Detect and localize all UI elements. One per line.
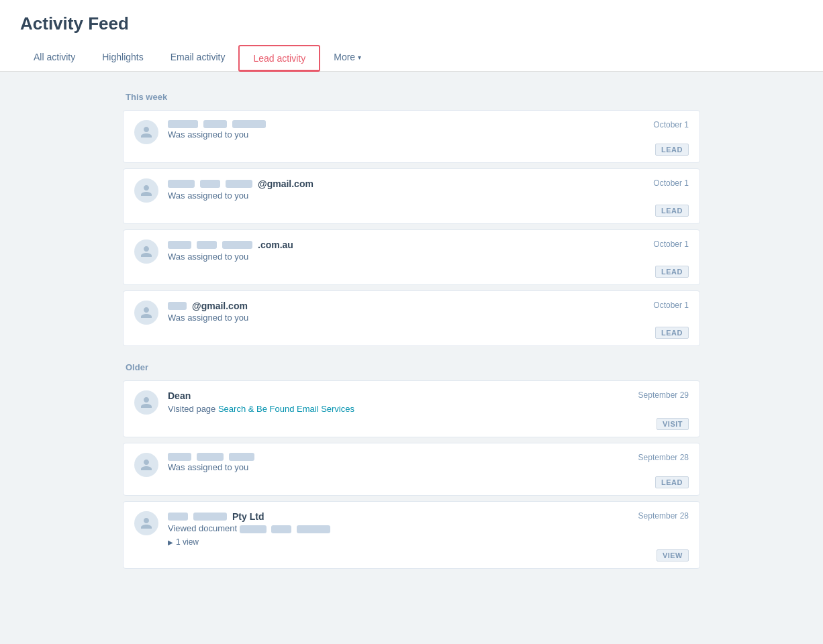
card-action: Was assigned to you [168, 313, 689, 323]
page-link[interactable]: Search & Be Found Email Services [218, 404, 354, 414]
name-row [168, 453, 689, 461]
card-body: Was assigned to you LEAD [168, 120, 689, 156]
card-body: @gmail.com Was assigned to you LEAD [168, 178, 689, 217]
card-date: September 28 [638, 453, 689, 462]
activity-item-3: .com.au Was assigned to you LEAD October… [123, 229, 700, 285]
page-title: Activity Feed [20, 13, 803, 34]
card-body: Was assigned to you LEAD [168, 453, 689, 488]
section-older: Older Dean Visited page Search & Be Foun… [123, 362, 700, 569]
name-row: @gmail.com [168, 301, 689, 311]
name-suffix: @gmail.com [258, 178, 313, 189]
blurred-name-1 [168, 513, 188, 521]
card-footer: VIEW [168, 549, 689, 561]
badge-lead: LEAD [655, 476, 689, 488]
card-action: Was assigned to you [168, 129, 689, 140]
user-icon [140, 458, 153, 472]
card-action: Viewed document [168, 523, 689, 533]
blurred-name-2 [200, 180, 220, 188]
activity-item-4: @gmail.com Was assigned to you LEAD Octo… [123, 290, 700, 346]
blurred-name-3 [232, 120, 266, 128]
user-icon [140, 245, 153, 258]
card-date: October 1 [653, 120, 689, 129]
badge-lead: LEAD [655, 266, 689, 278]
name-row: .com.au [168, 239, 689, 250]
section-label-older: Older [123, 362, 700, 372]
card-footer: VISIT [168, 418, 689, 430]
blurred-name-3 [229, 453, 254, 461]
blurred-name-1 [168, 120, 198, 128]
badge-lead: LEAD [655, 144, 689, 156]
activity-item-dean: Dean Visited page Search & Be Found Emai… [123, 380, 700, 437]
chevron-down-icon: ▾ [358, 54, 361, 61]
user-icon [140, 306, 153, 319]
blurred-name-1 [168, 241, 191, 249]
card-footer: LEAD [168, 205, 689, 217]
tab-more[interactable]: More ▾ [320, 45, 375, 71]
activity-item-1: Was assigned to you LEAD October 1 [123, 110, 700, 163]
doc-blurred-2 [271, 525, 291, 533]
avatar [134, 178, 158, 203]
doc-blurred-3 [297, 525, 330, 533]
page-header: Activity Feed All activity Highlights Em… [0, 0, 823, 72]
card-footer: LEAD [168, 327, 689, 339]
badge-visit: VISIT [657, 418, 689, 430]
main-content: This week Was assigned to you LEAD Octob… [109, 72, 714, 605]
avatar [134, 390, 158, 415]
name-suffix: .com.au [258, 239, 293, 250]
blurred-name-2 [197, 453, 224, 461]
blurred-name-2 [203, 120, 227, 128]
name-row [168, 120, 689, 128]
view-count[interactable]: ▶ 1 view [168, 537, 689, 547]
blurred-name-2 [197, 241, 217, 249]
name-row: Dean [168, 390, 689, 402]
chevron-right-icon: ▶ [168, 539, 173, 546]
avatar [134, 511, 158, 535]
card-body: .com.au Was assigned to you LEAD [168, 239, 689, 278]
user-icon [140, 396, 153, 409]
name-row: Pty Ltd [168, 511, 689, 522]
section-this-week: This week Was assigned to you LEAD Octob… [123, 92, 700, 346]
user-icon [140, 184, 153, 197]
tab-bar: All activity Highlights Email activity L… [20, 45, 803, 71]
activity-item-2: @gmail.com Was assigned to you LEAD Octo… [123, 168, 700, 224]
tab-email-activity[interactable]: Email activity [157, 45, 239, 71]
activity-item-7: Pty Ltd Viewed document ▶ 1 view VIEW S [123, 501, 700, 569]
blurred-name-1 [168, 453, 191, 461]
tab-lead-activity[interactable]: Lead activity [238, 45, 320, 72]
card-action: Was assigned to you [168, 191, 689, 201]
card-date: October 1 [653, 301, 689, 310]
card-footer: LEAD [168, 266, 689, 278]
avatar [134, 120, 158, 144]
avatar [134, 453, 158, 477]
card-date: September 29 [638, 390, 689, 400]
card-body: Dean Visited page Search & Be Found Emai… [168, 390, 689, 430]
card-footer: LEAD [168, 144, 689, 156]
blurred-name-3 [226, 180, 252, 188]
activity-item-6: Was assigned to you LEAD September 28 [123, 443, 700, 496]
tab-highlights[interactable]: Highlights [89, 45, 156, 71]
section-label-this-week: This week [123, 92, 700, 102]
badge-lead: LEAD [655, 327, 689, 339]
name-suffix: Pty Ltd [232, 511, 264, 522]
blurred-name-1 [168, 180, 195, 188]
avatar [134, 239, 158, 264]
user-icon [140, 125, 153, 139]
card-body: @gmail.com Was assigned to you LEAD [168, 301, 689, 339]
card-action: Was assigned to you [168, 252, 689, 262]
card-date: October 1 [653, 178, 689, 188]
name-row: @gmail.com [168, 178, 689, 189]
card-footer: LEAD [168, 476, 689, 488]
card-action: Visited page Search & Be Found Email Ser… [168, 404, 689, 414]
card-body: Pty Ltd Viewed document ▶ 1 view VIEW [168, 511, 689, 561]
card-date: September 28 [638, 511, 689, 521]
contact-name: Dean [168, 390, 191, 401]
card-action: Was assigned to you [168, 462, 689, 472]
blurred-name-2 [193, 513, 227, 521]
card-date: October 1 [653, 239, 689, 249]
blurred-name-3 [222, 241, 252, 249]
doc-blurred-1 [240, 525, 267, 533]
badge-view: VIEW [657, 549, 689, 561]
tab-all-activity[interactable]: All activity [20, 45, 89, 71]
name-suffix: @gmail.com [192, 301, 248, 311]
avatar [134, 301, 158, 325]
